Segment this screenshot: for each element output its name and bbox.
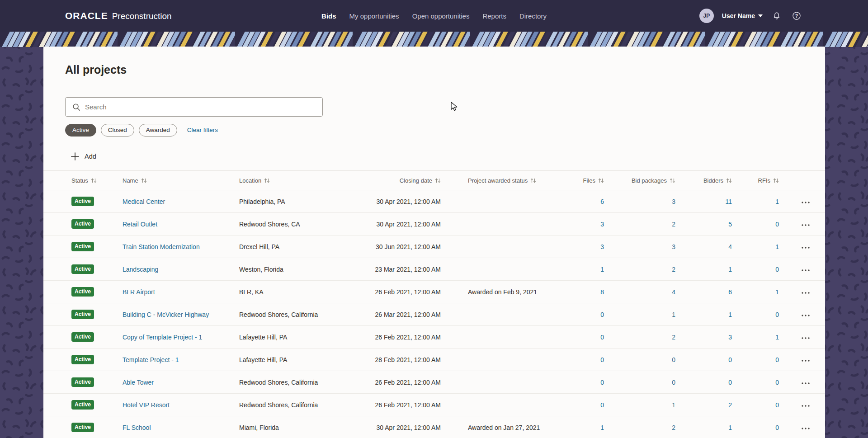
rfis-link[interactable]: 0 bbox=[775, 266, 779, 273]
row-actions-button[interactable] bbox=[799, 262, 812, 276]
table-row: ActiveBuilding C - McVicker HighwayRedwo… bbox=[43, 303, 825, 326]
search-input[interactable] bbox=[85, 103, 318, 111]
rfis-link[interactable]: 0 bbox=[775, 356, 779, 363]
files-link[interactable]: 8 bbox=[600, 288, 604, 296]
column-label: Status bbox=[71, 177, 88, 184]
files-link[interactable]: 1 bbox=[600, 266, 604, 273]
bidders-link[interactable]: 2 bbox=[728, 401, 732, 409]
filter-chip-closed[interactable]: Closed bbox=[101, 124, 134, 137]
column-header-bid-packages[interactable]: Bid packages bbox=[612, 171, 682, 190]
project-name-link[interactable]: Retail Outlet bbox=[123, 221, 157, 228]
rfis-link[interactable]: 1 bbox=[775, 243, 779, 250]
column-header-location[interactable]: Location bbox=[239, 171, 370, 190]
add-button[interactable]: Add bbox=[71, 150, 96, 163]
files-link[interactable]: 1 bbox=[600, 424, 604, 431]
bidders-link[interactable]: 1 bbox=[728, 266, 732, 273]
help-button[interactable]: ? bbox=[791, 10, 802, 22]
column-label: Bidders bbox=[703, 177, 723, 184]
row-actions-button[interactable] bbox=[799, 420, 812, 434]
awarded-status-cell bbox=[445, 213, 578, 235]
project-name-link[interactable]: Template Project - 1 bbox=[123, 356, 179, 363]
project-name-link[interactable]: Landscaping bbox=[123, 266, 158, 273]
row-actions-button[interactable] bbox=[799, 194, 812, 208]
files-link[interactable]: 0 bbox=[600, 311, 604, 318]
files-link[interactable]: 0 bbox=[600, 379, 604, 386]
rfis-link[interactable]: 0 bbox=[775, 401, 779, 409]
filter-chip-awarded[interactable]: Awarded bbox=[139, 124, 177, 137]
bid-packages-link[interactable]: 0 bbox=[672, 379, 675, 386]
project-name-link[interactable]: Building C - McVicker Highway bbox=[123, 311, 209, 318]
rfis-link[interactable]: 1 bbox=[775, 198, 779, 205]
notifications-button[interactable] bbox=[771, 10, 783, 22]
bid-packages-link[interactable]: 3 bbox=[672, 198, 675, 205]
filter-chip-active[interactable]: Active bbox=[65, 124, 96, 137]
bid-packages-link[interactable]: 4 bbox=[672, 288, 675, 296]
bidders-link[interactable]: 0 bbox=[728, 379, 732, 386]
row-actions-button[interactable] bbox=[799, 330, 812, 344]
clear-filters-link[interactable]: Clear filters bbox=[187, 127, 218, 133]
column-header-closing-date[interactable]: Closing date bbox=[370, 171, 445, 190]
column-header-name[interactable]: Name bbox=[123, 171, 239, 190]
bidders-link[interactable]: 0 bbox=[728, 356, 732, 363]
column-header-project-awarded-status[interactable]: Project awarded status bbox=[445, 171, 578, 190]
row-actions-button[interactable] bbox=[799, 217, 812, 231]
row-actions-button[interactable] bbox=[799, 240, 812, 254]
project-name-link[interactable]: Able Tower bbox=[123, 379, 154, 386]
files-link[interactable]: 6 bbox=[600, 198, 604, 205]
column-header-files[interactable]: Files bbox=[578, 171, 612, 190]
rfis-link[interactable]: 0 bbox=[775, 379, 779, 386]
files-link[interactable]: 0 bbox=[600, 401, 604, 409]
project-name-link[interactable]: BLR Airport bbox=[123, 288, 155, 296]
files-link[interactable]: 3 bbox=[600, 243, 604, 250]
bidders-link[interactable]: 11 bbox=[725, 198, 732, 205]
rfis-link[interactable]: 0 bbox=[775, 424, 779, 431]
column-header-rfis[interactable]: RFIs bbox=[739, 171, 786, 190]
rfis-link[interactable]: 0 bbox=[775, 311, 779, 318]
bid-packages-link[interactable]: 2 bbox=[672, 334, 675, 341]
rfis-link[interactable]: 0 bbox=[775, 221, 779, 228]
nav-item-reports[interactable]: Reports bbox=[482, 12, 506, 20]
bidders-link[interactable]: 1 bbox=[728, 424, 732, 431]
column-header-bidders[interactable]: Bidders bbox=[682, 171, 739, 190]
row-actions-button[interactable] bbox=[799, 307, 812, 321]
location-cell: Miami, Florida bbox=[239, 416, 370, 438]
project-name-link[interactable]: Medical Center bbox=[123, 198, 165, 205]
bid-packages-link[interactable]: 2 bbox=[672, 221, 675, 228]
project-name-link[interactable]: Copy of Template Project - 1 bbox=[123, 334, 202, 341]
brand-logo[interactable]: ORACLE Preconstruction bbox=[65, 10, 172, 21]
location-cell: Redwood Shores, California bbox=[239, 371, 370, 394]
bidders-link[interactable]: 6 bbox=[728, 288, 732, 296]
files-link[interactable]: 0 bbox=[600, 356, 604, 363]
files-link[interactable]: 0 bbox=[600, 334, 604, 341]
avatar[interactable]: JP bbox=[699, 9, 714, 23]
bidders-link[interactable]: 4 bbox=[728, 243, 732, 250]
bid-packages-link[interactable]: 0 bbox=[672, 356, 675, 363]
nav-item-directory[interactable]: Directory bbox=[519, 12, 547, 20]
nav-item-bids[interactable]: Bids bbox=[321, 12, 336, 20]
files-link[interactable]: 3 bbox=[600, 221, 604, 228]
bid-packages-link[interactable]: 2 bbox=[672, 266, 675, 273]
bidders-link[interactable]: 1 bbox=[728, 311, 732, 318]
bid-packages-link[interactable]: 2 bbox=[672, 424, 675, 431]
rfis-link[interactable]: 1 bbox=[775, 288, 779, 296]
status-badge: Active bbox=[71, 355, 94, 364]
row-actions-button[interactable] bbox=[799, 375, 812, 389]
row-actions-button[interactable] bbox=[799, 398, 812, 412]
table-row: ActiveMedical CenterPhiladelphia, PA30 A… bbox=[43, 190, 825, 213]
nav-item-my-opportunities[interactable]: My opportunities bbox=[349, 12, 399, 20]
nav-item-open-opportunities[interactable]: Open opportunities bbox=[412, 12, 470, 20]
rfis-link[interactable]: 1 bbox=[775, 334, 779, 341]
project-name-link[interactable]: Hotel VIP Resort bbox=[123, 401, 170, 409]
column-header-status[interactable]: Status bbox=[43, 171, 123, 190]
bid-packages-link[interactable]: 1 bbox=[672, 401, 675, 409]
row-actions-button[interactable] bbox=[799, 285, 812, 299]
bidders-link[interactable]: 5 bbox=[728, 221, 732, 228]
bid-packages-link[interactable]: 1 bbox=[672, 311, 675, 318]
project-name-link[interactable]: FL School bbox=[123, 424, 151, 431]
bidders-link[interactable]: 3 bbox=[728, 334, 732, 341]
bid-packages-link[interactable]: 3 bbox=[672, 243, 675, 250]
project-name-link[interactable]: Train Station Modernization bbox=[123, 243, 200, 250]
decorative-feather-band bbox=[0, 32, 868, 47]
row-actions-button[interactable] bbox=[799, 353, 812, 367]
user-menu[interactable]: User Name bbox=[722, 12, 763, 19]
